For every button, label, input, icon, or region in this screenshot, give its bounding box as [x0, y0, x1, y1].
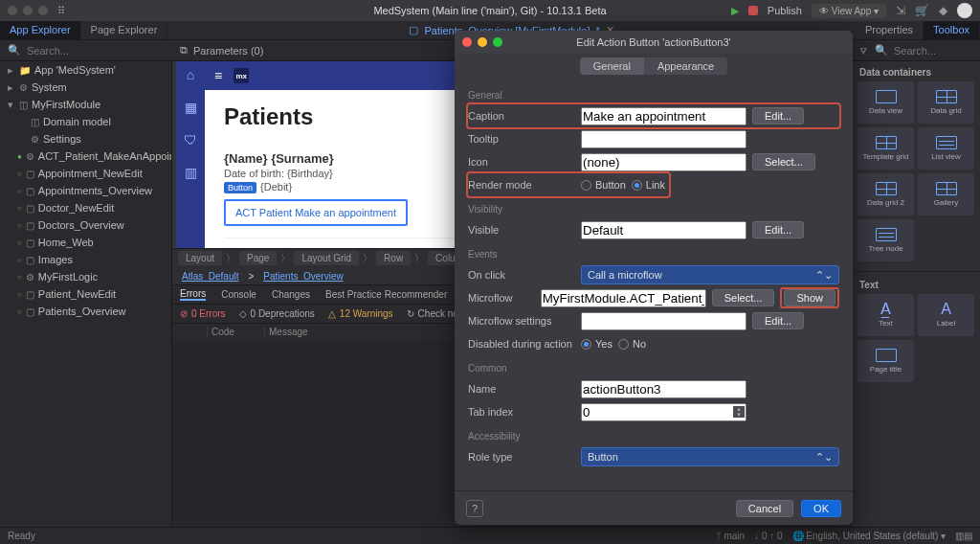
column-code[interactable]: Code: [207, 327, 264, 337]
minimize-window-icon[interactable]: [23, 6, 33, 15]
parameters-label[interactable]: Parameters (0): [193, 45, 263, 57]
widget-data-grid[interactable]: Data grid: [918, 81, 974, 124]
link-icon[interactable]: ⇲: [896, 4, 905, 17]
sync-counts[interactable]: ↓ 0 ↑ 0: [754, 531, 782, 541]
tree-node-system[interactable]: ▸⚙System: [0, 79, 171, 96]
cart-icon[interactable]: 🛒: [915, 4, 929, 17]
name-input[interactable]: [581, 380, 746, 398]
module-icon[interactable]: ▦: [185, 100, 197, 115]
apps-grid-icon[interactable]: ⠿: [57, 5, 65, 17]
tree-node-appointment-newedit[interactable]: ○▢Appointment_NewEdit: [0, 165, 171, 182]
minimize-icon[interactable]: [478, 37, 487, 47]
crumb-row[interactable]: Row: [376, 251, 411, 265]
widget-text[interactable]: A̲Text: [858, 294, 914, 336]
publish-button[interactable]: Publish: [768, 5, 802, 16]
microflow-show-button[interactable]: Show: [784, 289, 835, 306]
zoom-window-icon[interactable]: [38, 6, 48, 15]
tree-node-domain-model[interactable]: ◫Domain model: [0, 113, 171, 130]
twisty-icon[interactable]: ▸: [6, 81, 15, 94]
action-button-selected[interactable]: ACT Patient Make an appointment: [224, 199, 408, 226]
widget-list-view[interactable]: List view: [918, 127, 974, 170]
role-type-select[interactable]: Button⌃⌄: [581, 447, 839, 466]
calendar-icon[interactable]: ▥: [185, 165, 197, 180]
tree-node-home-web[interactable]: ○▢Home_Web: [0, 234, 171, 251]
tab-properties[interactable]: Properties: [856, 21, 924, 39]
microflow-settings-input[interactable]: [581, 312, 746, 330]
tab-errors[interactable]: Errors: [180, 288, 206, 301]
run-icon[interactable]: ▶: [731, 5, 739, 17]
home-icon[interactable]: ⌂: [187, 67, 194, 82]
render-mode-button-radio[interactable]: Button: [581, 179, 626, 191]
tree-node-doctor-newedit[interactable]: ○▢Doctor_NewEdit: [0, 199, 171, 216]
deprecations-pill[interactable]: ◇ 0 Deprecations: [239, 308, 315, 319]
cancel-button[interactable]: Cancel: [736, 500, 793, 517]
render-mode-link-radio[interactable]: Link: [632, 179, 665, 191]
twisty-icon[interactable]: ▾: [6, 99, 15, 111]
tab-toolbox[interactable]: Toolbox: [924, 21, 980, 39]
filter-icon[interactable]: ⛛: [858, 45, 869, 57]
microflow-select-button[interactable]: Select...: [712, 289, 775, 306]
widget-template-grid[interactable]: Template grid: [858, 127, 914, 170]
crumb-layout[interactable]: Layout: [178, 251, 222, 265]
view-app-button[interactable]: 👁 View App ▾: [812, 4, 886, 18]
tab-index-input[interactable]: [581, 403, 746, 421]
widget-data-grid-2[interactable]: Data grid 2: [858, 173, 914, 215]
tab-console[interactable]: Console: [221, 289, 256, 300]
ok-button[interactable]: OK: [801, 500, 841, 517]
widget-data-view[interactable]: Data view: [858, 81, 914, 124]
close-window-icon[interactable]: [8, 6, 17, 15]
on-click-select[interactable]: Call a microflow⌃⌄: [581, 265, 839, 284]
tree-node-act-patient[interactable]: ●⚙ACT_Patient_MakeAnAppoint…: [0, 147, 171, 165]
tree-node-patients-overview[interactable]: ○▢Patients_Overview: [0, 303, 171, 320]
toolbox-search[interactable]: ⛛ 🔍 Search...: [851, 44, 980, 57]
icon-input[interactable]: [581, 153, 746, 171]
tab-appearance[interactable]: Appearance: [644, 57, 727, 75]
layout-toggle-icon[interactable]: ▥▤: [955, 531, 972, 541]
widget-label[interactable]: ALabel: [918, 294, 974, 336]
icon-select-button[interactable]: Select...: [752, 153, 815, 170]
widget-tree-node[interactable]: Tree node: [858, 219, 914, 261]
widget-gallery[interactable]: Gallery: [918, 173, 974, 215]
help-button[interactable]: ?: [466, 500, 483, 517]
widget-page-title[interactable]: Page title: [858, 340, 914, 382]
microflow-settings-edit-button[interactable]: Edit...: [752, 312, 804, 329]
tree-node-app[interactable]: ▸📁App 'MedSystem': [0, 61, 171, 79]
tab-changes[interactable]: Changes: [272, 289, 310, 300]
tree-node-appointments-overview[interactable]: ○▢Appointments_Overview: [0, 182, 171, 199]
tree-node-module[interactable]: ▾◫MyFirstModule: [0, 96, 171, 113]
errors-pill[interactable]: ⊘ 0 Errors: [180, 308, 226, 319]
disabled-no-radio[interactable]: No: [618, 338, 646, 350]
explorer-search[interactable]: 🔍 Search...: [0, 44, 172, 57]
hamburger-icon[interactable]: ≡: [214, 68, 222, 83]
tree-node-settings[interactable]: ⚙Settings: [0, 130, 171, 147]
crumb-layout-grid[interactable]: Layout Grid: [294, 251, 359, 265]
locale-selector[interactable]: 🌐 English, United States (default) ▾: [792, 531, 946, 541]
stop-icon[interactable]: [748, 6, 758, 15]
microflow-input[interactable]: [541, 289, 706, 307]
shield-icon[interactable]: 🛡: [184, 132, 197, 147]
page-link[interactable]: Patients_Overview: [263, 271, 343, 282]
crumb-page[interactable]: Page: [239, 251, 277, 265]
tab-app-explorer[interactable]: App Explorer: [0, 21, 81, 39]
layout-link[interactable]: Atlas_Default: [182, 271, 238, 282]
tree-node-images[interactable]: ○▢Images: [0, 251, 171, 268]
zoom-icon[interactable]: [493, 37, 502, 47]
caption-edit-button[interactable]: Edit...: [752, 107, 804, 125]
notifications-icon[interactable]: ◆: [939, 4, 947, 17]
stepper-icon[interactable]: ▲▼: [733, 406, 745, 418]
disabled-yes-radio[interactable]: Yes: [581, 338, 612, 350]
tab-page-explorer[interactable]: Page Explorer: [81, 21, 168, 39]
caption-input[interactable]: [581, 107, 746, 125]
tree-node-doctors-overview[interactable]: ○▢Doctors_Overview: [0, 216, 171, 234]
tree-node-patient-newedit[interactable]: ○▢Patient_NewEdit: [0, 285, 171, 303]
tooltip-input[interactable]: [581, 130, 746, 148]
tab-general[interactable]: General: [580, 57, 644, 75]
user-avatar[interactable]: [957, 3, 972, 18]
close-icon[interactable]: [462, 37, 472, 47]
visible-input[interactable]: [581, 221, 746, 239]
visible-edit-button[interactable]: Edit...: [752, 221, 804, 238]
warnings-pill[interactable]: △ 12 Warnings: [328, 308, 393, 319]
tree-node-myfirstlogic[interactable]: ○⚙MyFirstLogic: [0, 268, 171, 285]
branch-indicator[interactable]: ᛘ main: [716, 531, 745, 541]
tab-best-practice[interactable]: Best Practice Recommender: [325, 289, 447, 300]
